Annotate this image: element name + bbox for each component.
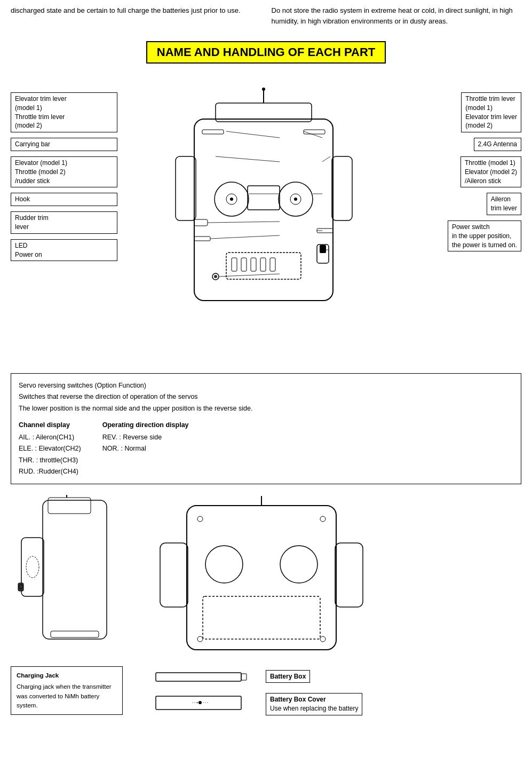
svg-point-56 (197, 636, 203, 642)
right-text: Do not store the radio system in extreme… (272, 5, 522, 26)
svg-rect-50 (335, 543, 363, 607)
section-title: NAME AND HANDLING OF EACH PART (146, 41, 386, 64)
top-section: discharged state and be certain to full … (11, 5, 521, 26)
svg-rect-59 (241, 674, 247, 680)
battery-box-cover-text: Battery Box Cover (270, 696, 326, 703)
svg-point-8 (230, 198, 233, 201)
svg-line-31 (208, 222, 280, 223)
label-elevator-model1: Elevator (model 1)Throttle (model 2)/rud… (11, 156, 117, 187)
svg-line-28 (226, 131, 280, 138)
svg-rect-39 (43, 500, 107, 639)
transmitter-diagram (173, 87, 354, 343)
channel-item: ELE. : Elevator(CH2) (19, 443, 81, 454)
charging-jack-title: Charging Jack (17, 671, 117, 680)
svg-point-3 (262, 88, 265, 91)
diagram-top: Elevator trim lever(model 1)Throttle tri… (11, 87, 521, 365)
svg-line-34 (304, 131, 322, 138)
operating-direction-col: Operating direction display REV. : Rever… (102, 420, 189, 477)
svg-rect-12 (248, 186, 280, 210)
servo-box-inner: Channel display AIL. : Aileron(CH1) ELE.… (19, 420, 513, 477)
rear-view-svg (155, 495, 368, 660)
svg-point-57 (320, 636, 325, 642)
svg-rect-15 (194, 237, 210, 241)
left-paragraph: discharged state and be certain to full … (11, 6, 241, 14)
svg-rect-40 (21, 538, 44, 596)
svg-point-46 (26, 556, 39, 578)
label-rudder-trim-lever: Rudder trimlever (11, 211, 117, 234)
svg-rect-25 (251, 258, 256, 271)
svg-rect-23 (232, 258, 237, 271)
svg-rect-58 (156, 673, 241, 681)
battery-box-cover-row: Battery Box Cover Use when replacing the… (155, 693, 521, 715)
label-throttle-trim-lever: Throttle trim lever(model 1)Elevator tri… (461, 92, 521, 132)
svg-rect-22 (226, 253, 301, 279)
charging-jack-box: Charging Jack Charging jack when the tra… (11, 666, 123, 715)
svg-rect-27 (270, 258, 275, 271)
svg-rect-47 (187, 506, 336, 650)
svg-rect-14 (304, 130, 325, 134)
svg-rect-60 (156, 696, 241, 710)
operating-direction-title: Operating direction display (102, 420, 189, 431)
direction-item: NOR. : Normal (102, 443, 189, 454)
battery-box-cover-description: Use when replacing the battery (270, 705, 358, 712)
battery-box-row: Battery Box (155, 668, 521, 684)
channel-item: AIL. : Aileron(CH1) (19, 432, 81, 443)
svg-rect-18 (320, 245, 326, 253)
battery-box-text: Battery Box (270, 673, 306, 680)
svg-point-21 (214, 275, 217, 278)
channel-item: THR. : throttle(CH3) (19, 455, 81, 466)
svg-rect-49 (160, 543, 188, 607)
svg-rect-24 (241, 258, 247, 271)
diagram-area: Elevator trim lever(model 1)Throttle tri… (11, 87, 521, 365)
svg-point-54 (197, 516, 203, 522)
battery-box-cover-label: Battery Box Cover Use when replacing the… (266, 693, 362, 715)
label-throttle-model1: Throttle (model 1)Elevator (model 2)/Ail… (460, 156, 521, 187)
right-paragraph: Do not store the radio system in extreme… (272, 6, 513, 25)
battery-box-diagram (155, 668, 261, 684)
battery-box-cover-diagram (155, 694, 261, 715)
svg-point-53 (280, 546, 317, 583)
svg-rect-4 (176, 156, 196, 220)
servo-box: Servo reversing switches (Option Functio… (11, 373, 521, 484)
label-elevator-trim-lever: Elevator trim lever(model 1)Throttle tri… (11, 92, 117, 132)
battery-labels: Battery Box Battery Box Cover Use when r… (155, 668, 521, 715)
label-power-switch: Power switchin the upper position,the po… (448, 220, 521, 251)
svg-line-29 (216, 156, 280, 162)
svg-line-33 (219, 274, 280, 277)
section-title-wrapper: NAME AND HANDLING OF EACH PART (11, 36, 521, 75)
svg-rect-45 (51, 631, 99, 637)
left-text: discharged state and be certain to full … (11, 5, 261, 26)
svg-line-35 (322, 156, 330, 162)
charging-jack-description: Charging jack when the transmitter was c… (17, 682, 117, 710)
bottom-right-diagram: Battery Box Battery Box Cover Use when r… (155, 495, 521, 715)
svg-rect-26 (260, 258, 266, 271)
bottom-diagrams: Charging Jack Charging jack when the tra… (11, 495, 521, 715)
right-labels: Throttle trim lever(model 1)Elevator tri… (409, 87, 521, 251)
channel-list: AIL. : Aileron(CH1) ELE. : Elevator(CH2)… (19, 432, 81, 477)
side-view-svg (11, 495, 128, 660)
direction-item: REV. : Reverse side (102, 432, 189, 443)
bottom-left-diagram: Charging Jack Charging jack when the tra… (11, 495, 139, 715)
center-diagram (117, 87, 409, 343)
label-antenna: 2.4G Antenna (474, 138, 521, 151)
left-labels: Elevator trim lever(model 1)Throttle tri… (11, 87, 117, 261)
svg-rect-13 (202, 130, 224, 134)
svg-line-32 (210, 235, 280, 239)
channel-display-title: Channel display (19, 420, 81, 431)
channel-item: RUD. :Rudder(CH4) (19, 466, 81, 477)
svg-point-52 (205, 546, 243, 583)
battery-box-label: Battery Box (266, 670, 310, 683)
servo-intro-text: Servo reversing switches (Option Functio… (19, 380, 513, 414)
label-aileron-trim-lever: Ailerontrim lever (487, 193, 521, 215)
label-led-power-on: LEDPower on (11, 239, 117, 262)
direction-list: REV. : Reverse side NOR. : Normal (102, 432, 189, 455)
svg-rect-19 (194, 219, 208, 226)
svg-rect-51 (203, 596, 320, 639)
channel-display-col: Channel display AIL. : Aileron(CH1) ELE.… (19, 420, 81, 477)
label-hook: Hook (11, 193, 117, 206)
label-carrying-bar: Carrying bar (11, 138, 117, 151)
svg-point-11 (294, 198, 297, 201)
svg-point-55 (320, 516, 325, 522)
svg-rect-5 (332, 156, 352, 220)
